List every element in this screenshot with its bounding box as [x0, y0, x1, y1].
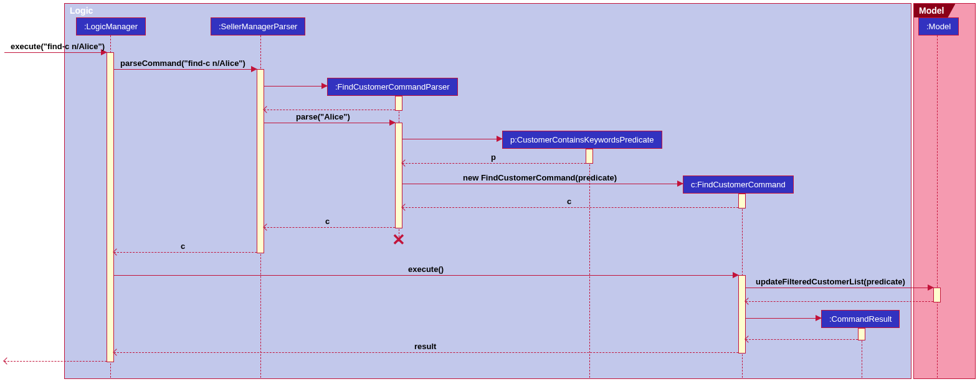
label-c2: c	[325, 217, 330, 226]
label-parse: parse("Alice")	[296, 112, 350, 121]
participant-logic-manager: :LogicManager	[76, 17, 146, 35]
arrow-create-command-result	[816, 315, 822, 321]
participant-find-customer-command: c:FindCustomerCommand	[683, 176, 794, 194]
model-frame: Model	[913, 3, 976, 379]
msg-return-model	[746, 301, 933, 302]
msg-return-c1	[402, 207, 738, 208]
msg-return-c3	[114, 252, 257, 253]
activation-fccp-1	[395, 96, 402, 111]
msg-create-predicate	[402, 139, 502, 139]
label-p: p	[491, 152, 496, 162]
participant-customer-contains-keywords-predicate: p:CustomerContainsKeywordsPredicate	[502, 131, 662, 149]
label-result: result	[414, 342, 436, 351]
label-execute: execute()	[408, 265, 444, 274]
participant-command-result: :CommandResult	[821, 310, 900, 328]
arrow-create-predicate	[497, 136, 503, 142]
activation-seller-manager-parser	[257, 69, 264, 253]
arrow-update-filtered	[928, 284, 934, 291]
msg-create-command-result	[746, 318, 821, 319]
msg-return-out	[4, 361, 107, 362]
msg-execute	[114, 275, 738, 276]
arrow-parse-command	[251, 66, 257, 72]
label-new-fcc: new FindCustomerCommand(predicate)	[463, 173, 617, 182]
activation-fccp-2	[395, 123, 402, 228]
arrow-create-fccp	[321, 83, 328, 89]
msg-create-fccp	[264, 86, 327, 87]
msg-execute-in	[4, 52, 107, 53]
msg-parse	[264, 123, 395, 123]
activation-fcc-1	[738, 194, 746, 208]
participant-seller-manager-parser: :SellerManagerParser	[211, 17, 305, 35]
label-c3: c	[181, 241, 185, 251]
activation-model	[933, 288, 941, 302]
arrow-parse	[389, 119, 396, 126]
label-c1: c	[567, 197, 571, 206]
lifeline-model	[937, 35, 938, 378]
msg-return-fccp	[264, 110, 395, 110]
msg-parse-command	[114, 69, 257, 70]
arrow-return-out	[3, 357, 10, 364]
label-parse-command: parseCommand("find-c n/Alice")	[120, 59, 245, 68]
arrow-new-fcc	[677, 180, 683, 187]
msg-return-command-result	[746, 339, 858, 340]
msg-return-p	[402, 163, 586, 164]
label-update-filtered: updateFilteredCustomerList(predicate)	[756, 277, 905, 286]
activation-predicate	[586, 149, 593, 164]
activation-command-result	[858, 328, 865, 340]
msg-update-filtered	[746, 288, 933, 288]
participant-model: :Model	[918, 17, 959, 35]
logic-frame-label: Logic	[65, 4, 104, 17]
msg-return-c2	[264, 227, 395, 228]
activation-fcc-2	[738, 275, 746, 354]
destroy-fccp	[392, 230, 406, 250]
arrow-execute	[733, 272, 739, 278]
label-execute-in: execute("find-c n/Alice")	[11, 42, 105, 51]
model-frame-label: Model	[914, 4, 955, 17]
msg-result	[114, 352, 738, 353]
participant-find-customer-command-parser: :FindCustomerCommandParser	[327, 78, 458, 96]
activation-logic-manager	[107, 52, 114, 362]
msg-new-fcc	[402, 184, 683, 184]
